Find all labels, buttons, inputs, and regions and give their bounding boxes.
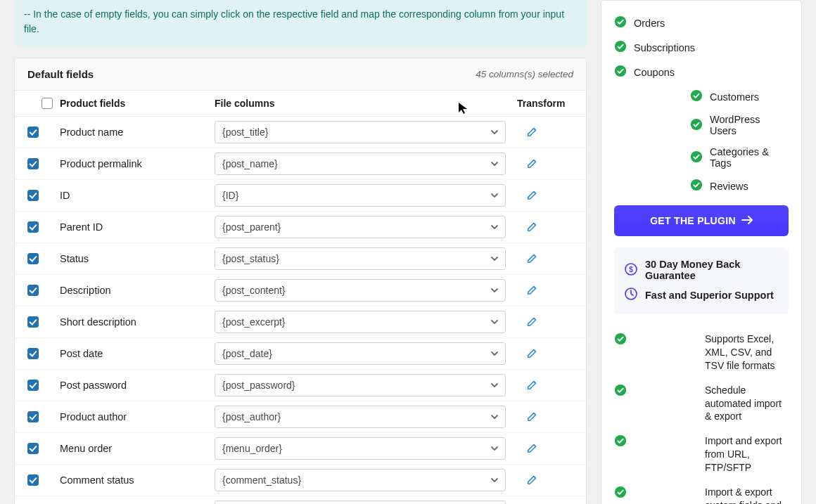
file-column-select[interactable]: {post_password} bbox=[215, 374, 506, 396]
header-transform: Transform bbox=[517, 98, 573, 109]
select-value: {post_content} bbox=[222, 285, 286, 296]
transform-edit-button[interactable] bbox=[523, 407, 542, 427]
check-circle-icon bbox=[690, 150, 703, 165]
transform-edit-button[interactable] bbox=[523, 154, 542, 174]
transform-edit-button[interactable] bbox=[523, 375, 542, 395]
column-headers: Product fields File columns Transform bbox=[15, 91, 586, 117]
transform-edit-button[interactable] bbox=[523, 344, 542, 363]
chevron-down-icon bbox=[490, 380, 499, 390]
row-checkbox[interactable] bbox=[27, 443, 39, 454]
fields-count: 45 columns(s) selected bbox=[476, 69, 573, 79]
check-circle-icon bbox=[614, 15, 627, 30]
bullet-item: Import and export from URL, FTP/SFTP bbox=[614, 429, 789, 480]
field-label: Product name bbox=[60, 127, 215, 138]
field-row: Parent ID{post_parent} bbox=[15, 212, 586, 243]
select-all-checkbox[interactable] bbox=[42, 98, 53, 109]
field-label: Description bbox=[60, 285, 215, 296]
row-checkbox[interactable] bbox=[27, 158, 39, 169]
info-banner: -- In the case of empty fields, you can … bbox=[14, 0, 587, 46]
check-circle-icon bbox=[614, 332, 698, 349]
row-checkbox[interactable] bbox=[27, 474, 39, 486]
check-circle-icon bbox=[614, 434, 698, 451]
row-checkbox[interactable] bbox=[27, 348, 39, 359]
fields-title: Default fields bbox=[27, 68, 94, 80]
transform-edit-button[interactable] bbox=[523, 312, 542, 332]
chevron-down-icon bbox=[490, 222, 499, 232]
arrow-right-icon bbox=[741, 215, 753, 226]
select-value: {post_parent} bbox=[222, 221, 281, 233]
check-circle-icon bbox=[690, 179, 703, 193]
get-plugin-button[interactable]: GET THE PLUGIN bbox=[614, 205, 789, 236]
field-label: Product author bbox=[60, 411, 215, 422]
header-file-columns: File columns bbox=[215, 98, 517, 109]
check-circle-icon bbox=[690, 118, 703, 133]
transform-edit-button[interactable] bbox=[523, 186, 542, 205]
field-row: Product author{post_author} bbox=[15, 401, 586, 433]
bullet-label: Import & export custom fields and values bbox=[705, 486, 789, 504]
transform-edit-button[interactable] bbox=[523, 249, 542, 269]
file-column-select[interactable]: {post_parent} bbox=[215, 216, 506, 238]
select-value: {post_name} bbox=[222, 158, 278, 169]
pencil-icon bbox=[526, 188, 539, 203]
file-column-select[interactable]: {menu_order} bbox=[215, 437, 506, 460]
bullet-item: Import & export custom fields and values bbox=[614, 480, 789, 504]
feature-item: Categories & Tags bbox=[614, 141, 789, 174]
select-value: {post_author} bbox=[222, 411, 281, 422]
bullet-item: Schedule automated import & export bbox=[614, 378, 789, 429]
transform-edit-button[interactable] bbox=[523, 439, 542, 458]
select-value: {post_password} bbox=[222, 380, 295, 391]
field-label: Short description bbox=[60, 316, 215, 328]
file-column-select[interactable]: {post_name} bbox=[215, 153, 506, 175]
feature-item: Coupons bbox=[614, 60, 789, 84]
transform-edit-button[interactable] bbox=[523, 280, 542, 300]
feature-label: Coupons bbox=[634, 67, 675, 78]
field-label: Post password bbox=[60, 380, 215, 391]
field-label: Status bbox=[60, 253, 215, 264]
bullet-label: Schedule automated import & export bbox=[705, 384, 789, 424]
file-column-select[interactable]: {post_date} bbox=[215, 342, 506, 365]
pencil-icon bbox=[526, 252, 539, 266]
transform-edit-button[interactable] bbox=[523, 217, 542, 237]
file-column-select[interactable]: {post_author} bbox=[215, 406, 506, 428]
money-back-icon: $ bbox=[624, 262, 638, 278]
row-checkbox[interactable] bbox=[27, 221, 39, 233]
row-checkbox[interactable] bbox=[27, 316, 39, 328]
row-checkbox[interactable] bbox=[27, 127, 39, 138]
pencil-icon bbox=[526, 441, 539, 456]
row-checkbox[interactable] bbox=[27, 253, 39, 264]
file-column-select[interactable]: {post_excerpt} bbox=[215, 311, 506, 333]
pencil-icon bbox=[526, 378, 539, 393]
file-column-select[interactable]: {post_status} bbox=[215, 247, 506, 270]
transform-edit-button[interactable] bbox=[523, 470, 542, 490]
bullet-label: Import and export from URL, FTP/SFTP bbox=[705, 434, 789, 474]
chevron-down-icon bbox=[490, 317, 499, 327]
sidebar-card: OrdersSubscriptionsCouponsCustomersWordP… bbox=[601, 0, 802, 504]
file-column-select[interactable]: {ID} bbox=[215, 184, 506, 207]
pencil-icon bbox=[526, 283, 539, 298]
field-row: ID{ID} bbox=[15, 180, 586, 212]
file-column-select[interactable]: {post_title} bbox=[215, 121, 506, 143]
row-checkbox[interactable] bbox=[27, 411, 39, 422]
transform-edit-button[interactable] bbox=[523, 122, 542, 142]
select-value: {post_date} bbox=[222, 348, 272, 359]
chevron-down-icon bbox=[490, 127, 499, 137]
file-column-select[interactable]: {sku} bbox=[215, 500, 506, 504]
feature-item: WordPress Users bbox=[614, 109, 789, 141]
guarantee-1-label: 30 Day Money Back Guarantee bbox=[645, 259, 779, 281]
pencil-icon bbox=[526, 410, 539, 425]
bullet-item: Supports Excel, XML, CSV, and TSV file f… bbox=[614, 327, 789, 378]
row-checkbox[interactable] bbox=[27, 380, 39, 391]
field-row: Menu order{menu_order} bbox=[15, 433, 586, 465]
row-checkbox[interactable] bbox=[27, 190, 39, 201]
file-column-select[interactable]: {comment_status} bbox=[215, 469, 506, 491]
feature-item: Customers bbox=[614, 84, 789, 109]
chevron-down-icon bbox=[490, 349, 499, 358]
file-column-select[interactable]: {post_content} bbox=[215, 279, 506, 302]
chevron-down-icon bbox=[490, 159, 499, 169]
svg-text:$: $ bbox=[629, 266, 633, 273]
field-label: Comment status bbox=[60, 474, 215, 486]
guarantee-box: $ 30 Day Money Back Guarantee Fast and S… bbox=[614, 247, 789, 314]
select-value: {menu_order} bbox=[222, 443, 282, 454]
select-value: {comment_status} bbox=[222, 474, 301, 486]
row-checkbox[interactable] bbox=[27, 285, 39, 296]
